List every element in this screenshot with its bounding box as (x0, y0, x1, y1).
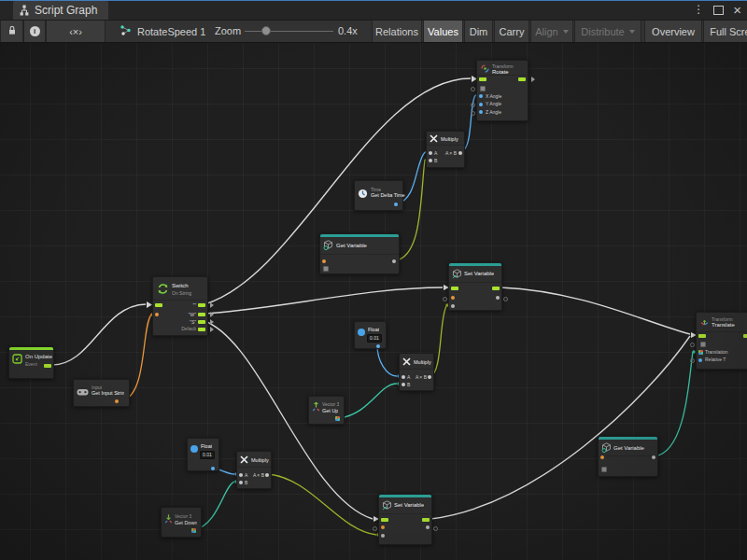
graph-breadcrumb[interactable]: RotateSpeed 1 (120, 21, 205, 42)
node-multiply-top[interactable]: Multiply A A × B B (426, 131, 465, 168)
fullscreen-button[interactable]: Full Screen (703, 21, 747, 42)
flow-in-port[interactable] (155, 303, 162, 307)
vector3-out-port[interactable] (191, 528, 196, 533)
variable-kind-icon[interactable] (601, 467, 607, 472)
wire-setvariable-bottom-to-translate (430, 336, 690, 519)
relations-button[interactable]: Relations (372, 21, 422, 42)
zoom-slider[interactable] (245, 21, 333, 42)
node-switch-on-string[interactable]: Switch On String "" "W" "S" Default (152, 276, 208, 336)
flow-out-port[interactable] (518, 77, 526, 81)
y-angle-in-port[interactable] (479, 103, 483, 106)
node-on-update[interactable]: On Update Event (8, 346, 54, 379)
b-in-port[interactable] (239, 481, 243, 484)
variable-kind-icon[interactable] (323, 266, 329, 272)
float-value-field[interactable]: 0.01 (367, 334, 382, 343)
node-get-delta-time[interactable]: Time Get Delta Time (354, 180, 403, 211)
float-out-port[interactable] (211, 467, 215, 470)
values-button[interactable]: Values (423, 21, 463, 42)
node-float-bottom[interactable]: Float 0.01 (187, 438, 219, 471)
flow-in-port[interactable] (479, 77, 486, 81)
target-gameobject-port[interactable] (480, 86, 486, 91)
flow-in-port[interactable] (698, 334, 706, 338)
distribute-dropdown[interactable]: Distribute (574, 21, 641, 42)
float-out-port[interactable] (376, 344, 380, 348)
float-value-field[interactable]: 0.01 (200, 451, 215, 459)
float-out-port[interactable] (394, 203, 398, 206)
case-out-port[interactable] (198, 303, 205, 307)
string-out-port[interactable] (115, 399, 119, 403)
node-vector3-get-down[interactable]: Vector 3 Get Down (161, 507, 202, 538)
b-in-port[interactable] (402, 383, 405, 386)
node-float-mid[interactable]: Float 0.01 (354, 321, 387, 349)
b-in-port[interactable] (429, 159, 432, 162)
result-out-port[interactable] (428, 375, 431, 379)
node-divider (449, 282, 501, 283)
case-out-port[interactable] (198, 313, 205, 316)
value-out-port[interactable] (426, 525, 430, 529)
graph-toolbar: i ‹×› RotateSpeed 1 Zoom 0.4x Relations … (0, 21, 747, 43)
node-rotate[interactable]: Transform Rotate X Angle Y Angle Z Angle (476, 60, 529, 121)
dim-button[interactable]: Dim (464, 21, 493, 42)
a-in-port[interactable] (429, 151, 432, 155)
value-out-port[interactable] (496, 296, 500, 300)
target-gameobject-port[interactable] (700, 342, 706, 347)
node-multiply-bottom[interactable]: Multiply A A × B B (236, 451, 272, 489)
kebab-menu-icon[interactable]: ⋮ (693, 0, 704, 20)
name-in-port[interactable] (600, 455, 604, 459)
close-icon[interactable]: × (733, 0, 741, 20)
graph-world: On Update Event Input Get Input Strin Sw… (0, 42, 747, 560)
overview-button[interactable]: Overview (644, 21, 702, 42)
node-set-variable-bottom[interactable]: Set Variable (378, 494, 432, 545)
code-preview-button[interactable]: ‹×› (46, 21, 106, 42)
flow-out-port[interactable] (743, 334, 747, 338)
value-in-port[interactable] (451, 304, 455, 308)
port-arrow (210, 312, 214, 317)
node-set-variable-mid[interactable]: Set Variable (448, 262, 502, 311)
variable-cube-icon (382, 500, 392, 511)
node-get-variable-top[interactable]: Get Variable (319, 233, 400, 274)
flow-out-port[interactable] (422, 518, 430, 522)
name-in-port[interactable] (322, 259, 326, 263)
zoom-slider-knob[interactable] (261, 26, 271, 35)
selector-in-port[interactable] (155, 313, 159, 316)
align-dropdown[interactable]: Align (530, 21, 573, 42)
z-angle-in-port[interactable] (479, 110, 483, 114)
a-in-port[interactable] (402, 375, 405, 379)
carry-button[interactable]: Carry (494, 21, 529, 42)
z-angle-label: Z Angle (486, 109, 501, 115)
case-out-port[interactable] (198, 320, 205, 324)
name-in-port[interactable] (381, 525, 385, 529)
maximize-icon[interactable] (713, 6, 724, 15)
name-in-port[interactable] (451, 296, 455, 300)
flow-out-port[interactable] (492, 287, 500, 290)
node-get-input-string[interactable]: Input Get Input Strin (73, 379, 130, 407)
port-arrow (210, 319, 214, 325)
vector3-out-port[interactable] (335, 416, 340, 421)
result-out-port[interactable] (458, 151, 462, 155)
node-vector3-get-up[interactable]: Vector 3 Get Up (308, 396, 345, 425)
tab-title: Script Graph (35, 4, 97, 17)
a-in-port[interactable] (239, 473, 243, 477)
relative-to-in-port[interactable] (698, 358, 702, 362)
value-in-port[interactable] (381, 534, 385, 538)
flow-in-port[interactable] (381, 518, 388, 522)
node-get-variable-bottom[interactable]: Get Variable (598, 436, 658, 477)
value-out-port[interactable] (652, 455, 655, 459)
node-title: Get Input Strin (92, 390, 124, 397)
value-out-port[interactable] (392, 259, 396, 263)
result-out-port[interactable] (265, 473, 269, 477)
node-multiply-mid[interactable]: Multiply A A × B B (399, 353, 434, 391)
node-translate[interactable]: Transform Translate Translation Relative… (696, 312, 747, 370)
graph-canvas[interactable]: On Update Event Input Get Input Strin Sw… (0, 42, 747, 560)
translation-in-port[interactable] (698, 350, 703, 355)
zoom-slider-track[interactable] (245, 31, 333, 32)
tab-script-graph[interactable]: Script Graph (13, 1, 108, 20)
lock-button[interactable] (0, 21, 23, 42)
flow-in-port[interactable] (451, 287, 458, 290)
port-arrow (210, 302, 214, 308)
flow-out-port[interactable] (44, 364, 51, 368)
inspect-button[interactable]: i (23, 21, 46, 42)
case-label-default: Default (181, 326, 196, 331)
x-angle-in-port[interactable] (479, 94, 483, 98)
case-out-port[interactable] (198, 328, 205, 331)
